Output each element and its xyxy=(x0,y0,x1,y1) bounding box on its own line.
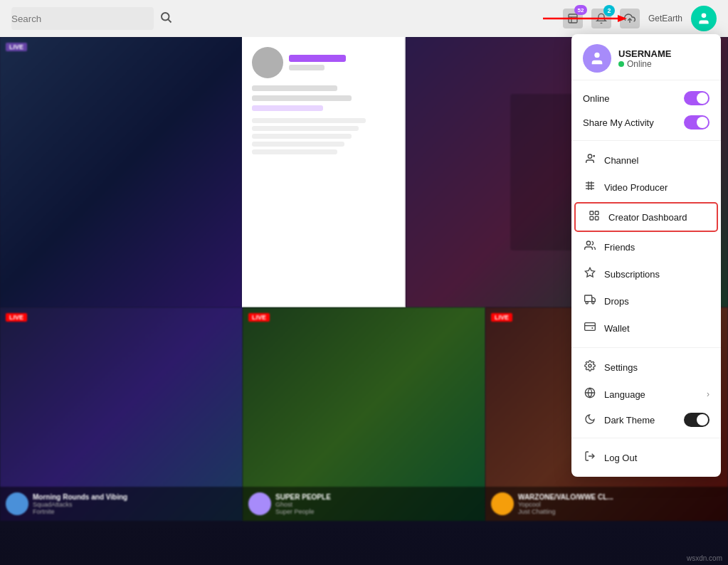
video-producer-icon xyxy=(583,180,597,194)
svg-rect-18 xyxy=(590,211,594,215)
video-producer-label: Video Producer xyxy=(604,182,709,193)
logout-icon xyxy=(583,450,597,465)
menu-item-language[interactable]: Language › xyxy=(571,381,721,408)
share-activity-toggle[interactable] xyxy=(684,115,709,130)
svg-rect-21 xyxy=(595,216,598,220)
profile-label-btn[interactable]: GetEarth xyxy=(648,14,682,23)
share-activity-toggle-row: Share My Activity xyxy=(571,110,721,134)
menu-item-creator-dashboard[interactable]: Creator Dashboard xyxy=(574,202,718,232)
menu-item-drops[interactable]: Drops xyxy=(571,287,721,315)
svg-point-9 xyxy=(594,53,599,58)
share-activity-label: Share My Activity xyxy=(583,117,654,128)
top-arrow xyxy=(543,10,628,27)
menu-avatar xyxy=(583,44,611,73)
menu-items-section: Channel Video Producer xyxy=(571,141,721,348)
svg-point-8 xyxy=(702,14,707,19)
svg-marker-3 xyxy=(618,15,627,22)
wallet-label: Wallet xyxy=(604,323,709,334)
creator-dashboard-icon xyxy=(587,210,601,224)
menu-header: USERNAME Online xyxy=(571,34,721,80)
svg-point-28 xyxy=(586,302,588,304)
svg-point-0 xyxy=(162,13,169,21)
menu-settings-section: Settings Language › Dark Theme xyxy=(571,348,721,438)
menu-item-wallet[interactable]: Wallet xyxy=(571,315,721,342)
language-chevron: › xyxy=(707,389,709,399)
dark-theme-toggle-row: Dark Theme xyxy=(571,408,721,432)
dark-theme-icon xyxy=(583,413,597,427)
svg-point-32 xyxy=(591,327,593,329)
profile-avatar-button[interactable] xyxy=(691,6,717,31)
menu-item-logout[interactable]: Log Out xyxy=(571,444,721,471)
channel-icon xyxy=(583,153,597,167)
online-label: Online xyxy=(583,93,610,104)
menu-logout-section: Log Out xyxy=(571,438,721,477)
subscriptions-icon xyxy=(583,267,597,281)
menu-item-channel[interactable]: Channel xyxy=(571,147,721,174)
settings-label: Settings xyxy=(604,362,709,373)
dark-theme-left: Dark Theme xyxy=(583,413,655,427)
menu-status: Online xyxy=(618,59,671,69)
search-icon[interactable] xyxy=(159,11,172,27)
menu-user-info: USERNAME Online xyxy=(618,48,671,69)
menu-username: USERNAME xyxy=(618,48,671,59)
svg-rect-19 xyxy=(595,211,598,215)
svg-rect-20 xyxy=(590,216,594,220)
svg-line-1 xyxy=(168,19,171,22)
user-dropdown-menu: USERNAME Online Online Share My Activity xyxy=(571,34,721,477)
drops-icon xyxy=(583,294,597,308)
menu-item-video-producer[interactable]: Video Producer xyxy=(571,174,721,201)
dark-theme-label: Dark Theme xyxy=(604,415,655,426)
language-icon xyxy=(583,387,597,401)
topbar-actions: 52 2 GetEarth xyxy=(563,6,717,31)
creator-dashboard-label: Creator Dashboard xyxy=(608,212,705,223)
subscriptions-label: Subscriptions xyxy=(604,269,709,280)
menu-toggles-section: Online Share My Activity xyxy=(571,80,721,141)
svg-point-33 xyxy=(589,364,591,367)
search-input[interactable] xyxy=(11,7,154,30)
watermark: wsxdn.com xyxy=(687,554,722,562)
menu-item-friends[interactable]: Friends xyxy=(571,233,721,260)
channel-label: Channel xyxy=(604,155,709,166)
status-dot xyxy=(618,61,624,67)
wallet-icon xyxy=(583,321,597,335)
creator-dashboard-row[interactable]: Creator Dashboard xyxy=(576,204,717,231)
svg-rect-30 xyxy=(585,323,596,331)
svg-point-29 xyxy=(592,302,594,304)
svg-marker-27 xyxy=(592,297,596,301)
friends-icon xyxy=(583,240,597,254)
drops-label: Drops xyxy=(604,296,709,307)
logout-label: Log Out xyxy=(604,453,709,463)
menu-item-subscriptions[interactable]: Subscriptions xyxy=(571,260,721,287)
friends-label: Friends xyxy=(604,242,709,253)
settings-icon xyxy=(583,360,597,374)
menu-item-settings[interactable]: Settings xyxy=(571,354,721,381)
dark-theme-toggle[interactable] xyxy=(684,413,709,427)
menu-status-text: Online xyxy=(627,59,652,69)
svg-marker-25 xyxy=(585,268,594,277)
online-toggle[interactable] xyxy=(684,91,709,105)
svg-point-10 xyxy=(588,154,591,158)
svg-rect-26 xyxy=(585,295,592,302)
online-toggle-row: Online xyxy=(571,86,721,110)
language-label: Language xyxy=(604,389,700,400)
svg-point-24 xyxy=(586,241,590,245)
topbar: 52 2 GetEarth xyxy=(0,0,728,37)
